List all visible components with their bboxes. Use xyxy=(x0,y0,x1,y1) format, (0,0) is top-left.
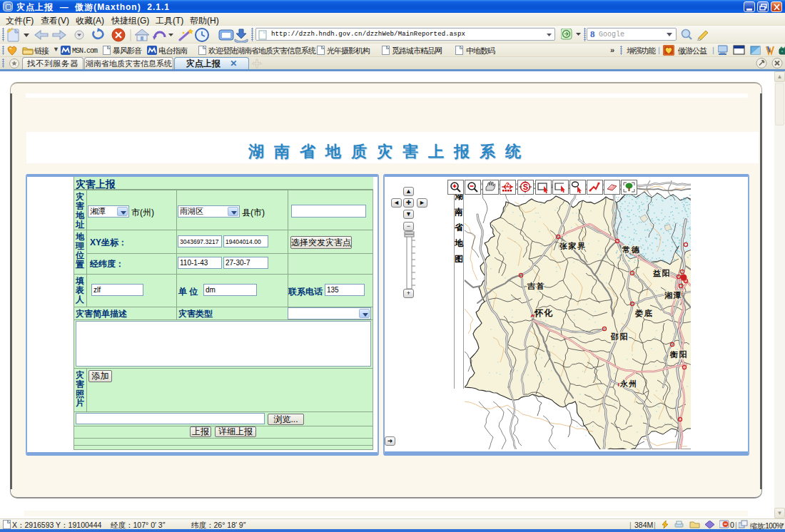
svg-text:常德: 常德 xyxy=(622,245,640,254)
svg-text:娄底: 娄底 xyxy=(634,309,653,317)
svg-text:张家界: 张家界 xyxy=(559,242,587,250)
svg-text:吉首: 吉首 xyxy=(527,282,545,290)
svg-text:湘潭: 湘潭 xyxy=(664,291,682,300)
svg-text:邵阳: 邵阳 xyxy=(610,332,629,341)
svg-text:永州: 永州 xyxy=(619,379,638,388)
svg-text:衡阳: 衡阳 xyxy=(669,350,688,359)
svg-text:益阳: 益阳 xyxy=(653,269,671,277)
svg-text:?: ? xyxy=(506,181,510,188)
svg-text:怀化: 怀化 xyxy=(534,308,554,318)
svg-text:S: S xyxy=(523,183,528,191)
